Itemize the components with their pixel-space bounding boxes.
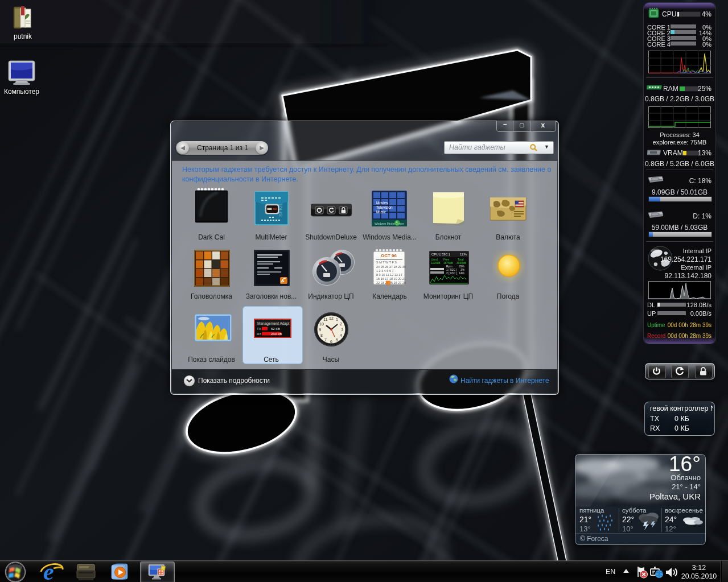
svg-text:1194kB: 1194kB <box>431 261 441 265</box>
svg-text:e: e <box>43 561 54 582</box>
svg-text:14%: 14% <box>459 271 465 275</box>
svg-text:Management Adapt: Management Adapt <box>257 321 290 326</box>
svg-text:8: 8 <box>320 333 323 337</box>
svg-text:5: 5 <box>336 338 338 342</box>
svg-text:Movies: Movies <box>376 201 388 205</box>
svg-text:OCT 06: OCT 06 <box>381 253 397 258</box>
svg-text:SFKIL: SFKIL <box>278 203 283 217</box>
svg-text:2: 2 <box>340 322 342 326</box>
svg-text:24 25 26 27 28 29 30: 24 25 26 27 28 29 30 <box>376 265 406 269</box>
svg-text:1 2 3 4 5 6 7: 1 2 3 4 5 6 7 <box>376 269 394 273</box>
svg-text:12%: 12% <box>460 253 467 256</box>
svg-text:Windows Media Center: Windows Media Center <box>375 222 404 225</box>
svg-text:TX: TX <box>257 327 261 331</box>
svg-text:10: 10 <box>319 322 324 326</box>
svg-text:6: 6 <box>330 340 332 344</box>
svg-text:15 16 17 18 19 20 21: 15 16 17 18 19 20 21 <box>376 277 406 280</box>
svg-text:62 КВ: 62 КВ <box>271 327 280 331</box>
svg-text:Television: Television <box>376 205 393 209</box>
svg-text:7: 7 <box>324 338 327 342</box>
svg-text:8 9 10 11 12 13 14: 8 9 10 11 12 13 14 <box>376 273 402 276</box>
svg-text:22 23 24 25 26 27 28: 22 23 24 25 26 27 28 <box>376 281 406 284</box>
svg-text:12: 12 <box>329 316 334 320</box>
svg-text:1: 1 <box>336 317 338 321</box>
svg-text:3: 3 <box>342 328 344 332</box>
svg-text:4: 4 <box>340 333 342 337</box>
svg-text:9: 9 <box>319 328 322 332</box>
svg-text:240 КВ: 240 КВ <box>271 332 282 336</box>
svg-text:S M T W T F S: S M T W T F S <box>376 261 397 264</box>
svg-text:2 [ 63C ]: 2 [ 63C ] <box>446 271 458 275</box>
svg-text:CPU [ 53C ]: CPU [ 53C ] <box>431 253 450 256</box>
svg-text:11: 11 <box>323 317 327 321</box>
svg-text:RX: RX <box>257 332 261 336</box>
svg-text:Music: Music <box>376 210 386 214</box>
